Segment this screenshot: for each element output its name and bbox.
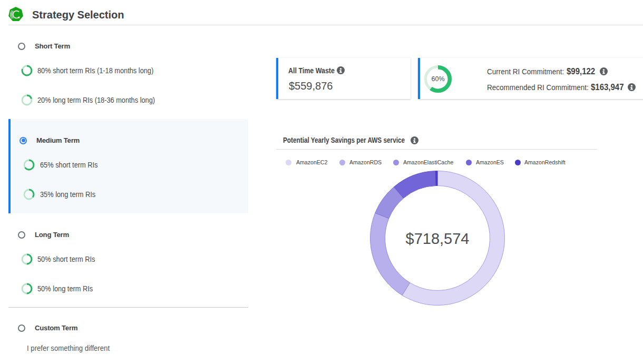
svg-text:60%: 60% (431, 75, 444, 83)
